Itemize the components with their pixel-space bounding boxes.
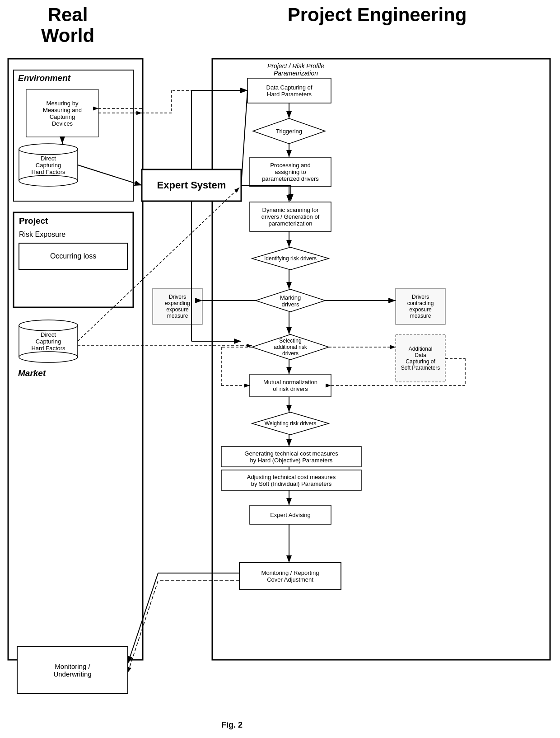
drivers-contracting-text: Driverscontractingexposuremeasure xyxy=(396,288,445,324)
mutual-normalization-text: Mutual normalizationof risk drivers xyxy=(250,374,331,397)
market-label: Market xyxy=(18,368,46,378)
svg-line-68 xyxy=(128,573,158,663)
measuring-devices-text: Mesuring byMeasuring andCapturingDevices xyxy=(26,89,98,137)
project-label: Project xyxy=(19,216,48,226)
cylinder-market-text: DirectCapturingHard Factors xyxy=(19,325,78,357)
triggering-text: Triggering xyxy=(253,122,325,140)
svg-line-41 xyxy=(78,165,142,185)
fig-caption: Fig. 2 xyxy=(221,720,243,730)
processing-assigning-text: Processing andassigning toparameterized … xyxy=(250,157,331,187)
weighting-risk-text: Weighting risk drivers xyxy=(252,415,329,432)
selecting-additional-text: Selectingadditional riskdrivers xyxy=(252,338,329,356)
data-capturing-hard-text: Data Capturing ofHard Parameters xyxy=(247,78,331,103)
expert-system-text: Expert System xyxy=(142,169,241,201)
environment-label: Environment xyxy=(18,73,70,83)
page-container: RealWorld Project Engineering xyxy=(0,0,560,738)
header-project-engineering: Project Engineering xyxy=(208,5,546,25)
identifying-risk-text: Identifying risk drivers xyxy=(252,250,329,267)
monitoring-uw-text: Monitoring /Underwriting xyxy=(17,646,128,694)
generating-technical-text: Generating technical cost measuresby Har… xyxy=(221,447,361,467)
additional-data-soft-text: AdditionalDataCapturing ofSoft Parameter… xyxy=(396,334,445,382)
header-real-world: RealWorld xyxy=(9,5,126,46)
risk-exposure-text: Risk Exposure xyxy=(19,230,65,239)
cylinder-env-text: DirectCapturingHard Factors xyxy=(19,149,78,181)
dynamic-scanning-text: Dynamic scanning fordrivers / Generation… xyxy=(250,202,331,231)
monitoring-reporting-text: Monitoring / ReportingCover Adjustment xyxy=(239,563,341,590)
occurring-loss-text: Occurring loss xyxy=(19,243,127,269)
marking-drivers-text: Markingdrivers xyxy=(256,293,325,309)
drivers-expanding-text: Driversexpandingexposuremeasure xyxy=(153,288,202,324)
project-risk-profile-text: Project / Risk ProfileParametrization xyxy=(246,62,345,77)
svg-line-70 xyxy=(128,581,158,672)
expert-advising-text: Expert Advising xyxy=(250,505,331,524)
adjusting-technical-text: Adjusting technical cost measuresby Soft… xyxy=(221,470,361,490)
svg-line-42 xyxy=(241,90,247,185)
